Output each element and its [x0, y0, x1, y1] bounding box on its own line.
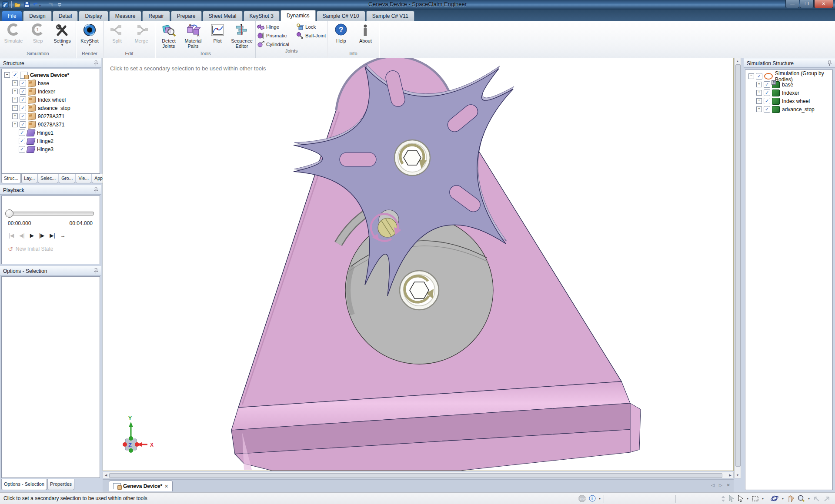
document-tab-close-icon[interactable]: ✕	[164, 484, 168, 489]
expand-icon[interactable]: +	[12, 97, 18, 103]
tree-item-advance-stop[interactable]: +✓advance_stop	[3, 104, 100, 112]
settings-button[interactable]: Settings▾	[50, 22, 74, 46]
ribbon-tab-measure[interactable]: Measure	[109, 11, 142, 21]
ribbon-tab-display[interactable]: Display	[79, 11, 108, 21]
document-tab[interactable]: Geneva Device* ✕	[109, 481, 173, 491]
visibility-checkbox[interactable]: ✓	[20, 88, 26, 95]
tree-item-hinge3[interactable]: ✓Hinge3	[3, 145, 100, 153]
step-forward-button[interactable]: |▶	[39, 232, 44, 239]
merge-button[interactable]: Merge	[130, 22, 153, 43]
dock-tab-properties[interactable]: Properties	[47, 479, 74, 490]
tree-item-geneva-device[interactable]: −✓Geneva Device*	[3, 71, 100, 79]
minimize-button[interactable]: —	[785, 0, 799, 8]
orientation-triad[interactable]: Y X Z	[123, 415, 154, 453]
orbit-icon[interactable]	[770, 495, 779, 502]
panel-tab-selec[interactable]: Selec...	[38, 174, 58, 183]
restore-button[interactable]: ❐	[800, 0, 814, 8]
expand-icon[interactable]: +	[12, 80, 18, 86]
pan-hand-icon[interactable]	[787, 495, 794, 502]
visibility-checkbox[interactable]: ✓	[764, 90, 770, 96]
expand-icon[interactable]: +	[756, 90, 762, 96]
keyshot-button[interactable]: KeyShot▾	[78, 22, 101, 46]
tab-close-icon[interactable]: ✕	[727, 483, 730, 487]
step-button[interactable]: 1Step	[26, 22, 50, 43]
tree-item-90278a371[interactable]: +✓90278A371	[3, 120, 100, 129]
orbit-dropdown-caret[interactable]: ▾	[782, 497, 784, 501]
pin-icon[interactable]	[94, 268, 99, 274]
go-to-end-button[interactable]: ▶|	[50, 232, 55, 239]
sim-tree-item-indexer[interactable]: +✓Indexer	[748, 89, 832, 97]
expand-icon[interactable]: +	[12, 113, 18, 119]
playback-slider-track[interactable]	[8, 212, 94, 216]
expand-icon[interactable]: +	[12, 105, 18, 111]
ball-joint-button[interactable]: Ball-Joint	[295, 31, 327, 40]
ribbon-tab-prepare[interactable]: Prepare	[171, 11, 202, 21]
play-button[interactable]: ▶	[30, 232, 34, 239]
visibility-checkbox[interactable]: ✓	[764, 98, 770, 104]
viewport-vertical-scrollbar[interactable]: ▲ ▼	[734, 58, 741, 478]
ribbon-tab-file[interactable]: File	[2, 11, 22, 21]
new-initial-state-button[interactable]: ↺ New Initial State	[8, 245, 53, 252]
panel-tab-lay[interactable]: Lay...	[21, 174, 37, 183]
info-balloon-icon[interactable]: i	[589, 495, 596, 502]
ribbon-tab-dynamics[interactable]: Dynamics	[281, 10, 316, 21]
tree-item-hinge1[interactable]: ✓Hinge1	[3, 129, 100, 137]
indexer-axis-bolt[interactable]	[394, 140, 430, 176]
visibility-checkbox[interactable]: ✓	[20, 80, 26, 86]
go-to-start-button[interactable]: |◀	[9, 232, 14, 239]
close-button[interactable]: ✕	[814, 0, 833, 8]
pin-icon[interactable]	[94, 60, 99, 66]
pin-icon[interactable]	[94, 187, 99, 193]
visibility-checkbox[interactable]: ✓	[19, 138, 25, 144]
tree-item-base[interactable]: +✓base	[3, 79, 100, 87]
visibility-checkbox[interactable]: ✓	[20, 113, 26, 119]
select-cursor-icon[interactable]	[738, 495, 744, 502]
visibility-checkbox[interactable]: ✓	[19, 146, 25, 153]
tree-item-index-wheel[interactable]: +✓Index wheel	[3, 96, 100, 104]
info-dropdown-caret[interactable]: ▾	[599, 497, 601, 501]
material-pairs-button[interactable]: BAMaterial Pairs	[181, 22, 205, 49]
zoom-dropdown-caret[interactable]: ▾	[808, 497, 810, 501]
ribbon-tab-sample-c-v11[interactable]: Sample C# V11	[366, 11, 414, 21]
sim-tree-item-index-wheel[interactable]: +✓Index wheel	[748, 97, 832, 105]
split-button[interactable]: Split	[105, 22, 129, 43]
secondary-cursor-icon[interactable]	[728, 495, 735, 502]
help-button[interactable]: ?Help	[329, 22, 353, 43]
expand-icon[interactable]: +	[756, 82, 762, 87]
index-wheel-axis-bolt[interactable]	[400, 271, 439, 310]
ribbon-tab-keyshot-3[interactable]: KeyShot 3	[244, 11, 280, 21]
expand-icon[interactable]: +	[756, 106, 762, 112]
visibility-checkbox[interactable]: ✓	[20, 105, 26, 111]
cylindrical-button[interactable]: Cylindrical	[256, 40, 291, 48]
visibility-checkbox[interactable]: ✓	[764, 81, 770, 88]
about-button[interactable]: About	[354, 22, 377, 43]
zoom-icon[interactable]	[797, 495, 805, 503]
tree-item-indexer[interactable]: +✓Indexer	[3, 87, 100, 96]
stop-icon[interactable]: STOP	[578, 495, 586, 502]
select-dropdown-caret[interactable]: ▾	[747, 497, 748, 501]
ribbon-tab-sample-c-v10[interactable]: Sample C# V10	[317, 11, 365, 21]
simulate-button[interactable]: Simulate	[2, 22, 25, 43]
prismatic-button[interactable]: Prismatic	[256, 31, 291, 40]
ribbon-tab-sheet-metal[interactable]: Sheet Metal	[203, 11, 243, 21]
selection-box-icon[interactable]	[752, 495, 759, 502]
sim-tree-item-simulation[interactable]: −✓Simulation (Group by Bodies)	[748, 72, 832, 80]
model-viewport[interactable]: Y X Z Click to set a secondary selection…	[103, 58, 734, 471]
plot-button[interactable]: Plot	[206, 22, 229, 43]
visibility-checkbox[interactable]: ✓	[764, 106, 770, 113]
tab-scroll-right-icon[interactable]: ▷	[719, 483, 722, 487]
panel-tab-struc[interactable]: Struc...	[1, 174, 21, 183]
dock-tab-options-selection[interactable]: Options - Selection	[1, 479, 47, 490]
visibility-checkbox[interactable]: ✓	[20, 121, 26, 128]
ribbon-tab-design[interactable]: Design	[23, 11, 51, 21]
spin-updown-icon[interactable]	[721, 495, 725, 502]
pin-icon[interactable]	[827, 60, 832, 66]
panel-tab-gro[interactable]: Gro...	[59, 174, 75, 183]
selection-box-dropdown-caret[interactable]: ▾	[762, 497, 764, 501]
expand-icon[interactable]: +	[12, 89, 18, 94]
collapse-icon[interactable]: −	[4, 72, 10, 78]
sequence-editor-button[interactable]: Sequence Editor	[230, 22, 254, 49]
zoom-next-icon[interactable]	[823, 495, 831, 502]
visibility-checkbox[interactable]: ✓	[12, 72, 18, 78]
visibility-checkbox[interactable]: ✓	[20, 96, 26, 103]
